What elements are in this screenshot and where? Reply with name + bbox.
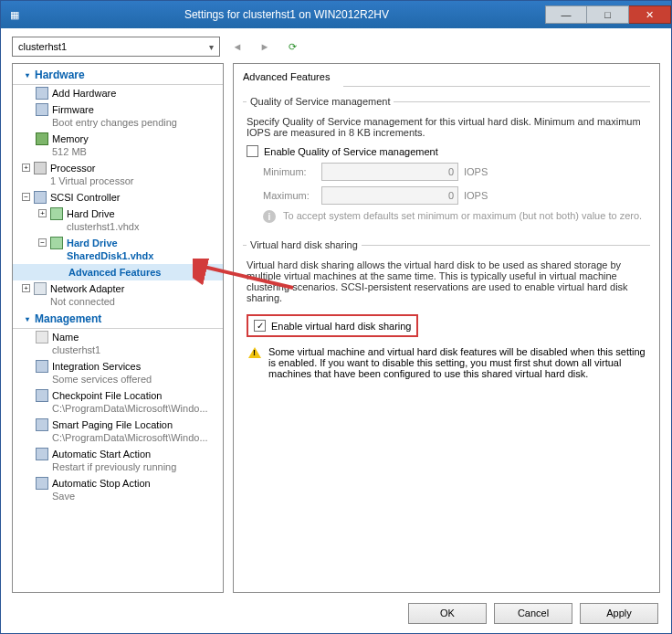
expand-icon[interactable]: + [38,209,47,217]
qos-legend: Quality of Service management [247,96,394,107]
tree-automatic-start-action[interactable]: Automatic Start Action Restart if previo… [13,446,223,475]
min-label: Minimum: [263,166,316,177]
tree-firmware[interactable]: Firmware Boot entry changes pending [13,101,223,131]
tree-scsi-controller[interactable]: − SCSI Controller [13,189,223,206]
title-bar: ▦ Settings for clusterhst1 on WIN2012R2H… [1,1,671,28]
details-panel: Advanced Features Quality of Service man… [233,63,660,593]
tree-name[interactable]: Name clusterhst1 [13,329,223,358]
tree-add-hardware[interactable]: Add Hardware [13,85,223,101]
cancel-button[interactable]: Cancel [494,603,572,624]
sharing-legend: Virtual hard disk sharing [247,239,362,250]
qos-info-text: To accept system defaults set minimum or… [283,210,642,223]
disk-icon [50,237,63,249]
enable-sharing-checkbox[interactable] [254,320,266,332]
dialog-footer: OK Cancel Apply [1,593,671,633]
info-icon: i [263,210,276,223]
vm-selector-value: clusterhst1 [18,41,67,52]
enable-qos-label: Enable Quality of Service management [264,146,438,157]
max-unit: IOPS [464,190,488,201]
tree-automatic-stop-action[interactable]: Automatic Stop Action Save [13,475,223,504]
panel-heading: Advanced Features [243,71,650,82]
minimize-button[interactable]: — [545,5,587,24]
auto-start-icon [36,448,48,460]
add-hardware-icon [36,87,48,100]
collapse-icon[interactable]: − [22,193,30,201]
smart-paging-icon [36,418,48,431]
name-icon [36,331,48,343]
tree-hard-drive-1[interactable]: + Hard Drive clusterhst1.vhdx [13,206,223,235]
settings-tree[interactable]: Hardware Add Hardware Firmware Boot entr… [12,63,224,593]
expand-icon[interactable]: + [22,284,30,292]
expand-icon[interactable]: + [22,164,30,172]
sharing-warning-text: Some virtual machine and virtual hard di… [268,346,646,379]
checkpoint-icon [36,389,48,402]
collapse-icon[interactable]: − [38,238,47,247]
nav-back-button[interactable]: ◄ [227,37,247,57]
app-icon: ▦ [1,9,28,21]
min-iops-input[interactable]: 0 [321,163,458,181]
tree-processor[interactable]: + Processor 1 Virtual processor [13,160,223,189]
window-title: Settings for clusterhst1 on WIN2012R2HV [28,8,545,21]
auto-stop-icon [36,477,48,490]
max-iops-input[interactable]: 0 [321,186,458,205]
highlight-annotation: Enable virtual hard disk sharing [247,314,418,337]
firmware-icon [36,103,48,116]
tree-hard-drive-2[interactable]: − Hard Drive SharedDisk1.vhdx [13,235,223,264]
max-label: Maximum: [263,190,316,201]
tree-integration-services[interactable]: Integration Services Some services offer… [13,358,223,387]
sharing-description: Virtual hard disk sharing allows the vir… [247,259,646,303]
min-unit: IOPS [464,166,488,177]
ok-button[interactable]: OK [408,603,487,624]
memory-icon [36,132,48,145]
close-button[interactable]: ✕ [629,5,671,24]
warning-icon [248,347,261,358]
toolbar: clusterhst1 ▾ ◄ ► ⟳ [1,28,671,59]
network-icon [34,282,47,295]
disk-icon [50,207,63,220]
tree-checkpoint-file-location[interactable]: Checkpoint File Location C:\ProgramData\… [13,387,223,417]
qos-group: Quality of Service management Specify Qu… [243,96,650,227]
tree-advanced-features[interactable]: Advanced Features [13,264,223,280]
management-group-header[interactable]: Management [13,310,223,329]
scsi-icon [34,191,47,204]
chevron-down-icon: ▾ [209,42,214,52]
maximize-button[interactable]: □ [587,5,629,24]
enable-qos-checkbox[interactable] [247,145,258,157]
tree-smart-paging-file-location[interactable]: Smart Paging File Location C:\ProgramDat… [13,417,223,446]
hardware-group-header[interactable]: Hardware [13,66,223,85]
processor-icon [34,162,47,174]
tree-memory[interactable]: Memory 512 MB [13,131,223,160]
refresh-button[interactable]: ⟳ [282,37,302,57]
integration-icon [36,360,48,373]
sharing-group: Virtual hard disk sharing Virtual hard d… [243,239,650,383]
qos-description: Specify Quality of Service management fo… [247,116,646,138]
tree-network-adapter[interactable]: + Network Adapter Not connected [13,280,223,310]
apply-button[interactable]: Apply [580,603,658,624]
nav-forward-button[interactable]: ► [255,37,275,57]
vm-selector[interactable]: clusterhst1 ▾ [12,37,220,57]
enable-sharing-label: Enable virtual hard disk sharing [271,321,411,332]
